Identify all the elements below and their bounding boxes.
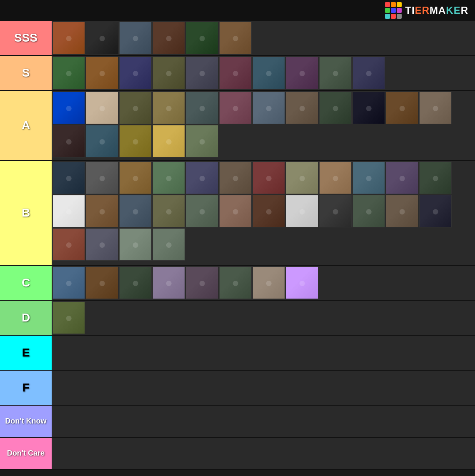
list-item[interactable] (419, 92, 452, 124)
tier-label-a: A (0, 91, 52, 160)
list-item[interactable] (119, 228, 152, 261)
tier-content-dont-know (52, 406, 475, 437)
tier-label-e: E (0, 336, 52, 370)
tiermaker-logo-text: TiERMAKER (405, 5, 468, 16)
list-item[interactable] (219, 22, 252, 54)
list-item[interactable] (219, 92, 252, 124)
list-item[interactable] (186, 92, 218, 124)
list-item[interactable] (52, 92, 85, 124)
list-item[interactable] (86, 92, 118, 124)
tier-row-sss: SSS (0, 21, 475, 56)
list-item[interactable] (419, 162, 452, 194)
list-item[interactable] (286, 92, 318, 124)
tier-content-b (52, 161, 475, 265)
page-container: TiERMAKER SSS S (0, 0, 475, 470)
list-item[interactable] (52, 195, 85, 227)
logo-cell-3 (397, 2, 402, 7)
list-item[interactable] (52, 22, 85, 54)
list-item[interactable] (352, 57, 385, 89)
list-item[interactable] (352, 162, 385, 194)
list-item[interactable] (219, 267, 252, 299)
list-item[interactable] (52, 162, 85, 194)
list-item[interactable] (86, 195, 118, 227)
list-item[interactable] (219, 57, 252, 89)
tier-label-dont-know: Don't Know (0, 406, 52, 437)
list-item[interactable] (152, 162, 185, 194)
tier-label-d: D (0, 301, 52, 335)
list-item[interactable] (286, 57, 318, 89)
list-item[interactable] (86, 228, 118, 261)
list-item[interactable] (152, 228, 185, 261)
list-item[interactable] (152, 57, 185, 89)
list-item[interactable] (152, 195, 185, 227)
list-item[interactable] (152, 92, 185, 124)
list-item[interactable] (119, 57, 152, 89)
list-item[interactable] (286, 267, 318, 299)
list-item[interactable] (86, 22, 118, 54)
list-item[interactable] (152, 22, 185, 54)
list-item[interactable] (319, 57, 352, 89)
tier-label-s: S (0, 56, 52, 90)
logo-cell-7 (385, 14, 390, 19)
list-item[interactable] (52, 125, 85, 157)
tiermaker-logo: TiERMAKER (385, 2, 468, 19)
tier-row-f: F (0, 371, 475, 406)
tier-row-c: C (0, 266, 475, 301)
list-item[interactable] (252, 195, 285, 227)
list-item[interactable] (52, 57, 85, 89)
list-item[interactable] (152, 125, 185, 157)
tier-row-b: B (0, 161, 475, 266)
list-item[interactable] (86, 162, 118, 194)
list-item[interactable] (319, 162, 352, 194)
list-item[interactable] (52, 302, 85, 334)
tier-row-s: S (0, 56, 475, 91)
list-item[interactable] (86, 125, 118, 157)
list-item[interactable] (186, 125, 218, 157)
list-item[interactable] (186, 267, 218, 299)
list-item[interactable] (86, 57, 118, 89)
list-item[interactable] (286, 195, 318, 227)
list-item[interactable] (119, 195, 152, 227)
tier-label-b: B (0, 161, 52, 265)
list-item[interactable] (319, 92, 352, 124)
list-item[interactable] (119, 162, 152, 194)
tier-content-sss (52, 21, 475, 55)
list-item[interactable] (86, 267, 118, 299)
list-item[interactable] (152, 267, 185, 299)
list-item[interactable] (219, 162, 252, 194)
list-item[interactable] (252, 92, 285, 124)
tier-content-e (52, 336, 475, 370)
tier-label-dont-care: Don't Care (0, 438, 52, 469)
list-item[interactable] (386, 92, 418, 124)
tier-content-a (52, 91, 475, 160)
list-item[interactable] (52, 267, 85, 299)
tier-row-d: D (0, 301, 475, 336)
list-item[interactable] (252, 267, 285, 299)
list-item[interactable] (319, 195, 352, 227)
tier-table: SSS S (0, 21, 475, 470)
list-item[interactable] (186, 57, 218, 89)
tier-label-f: F (0, 371, 52, 405)
logo-cell-4 (385, 8, 390, 13)
list-item[interactable] (352, 92, 385, 124)
list-item[interactable] (286, 162, 318, 194)
tier-label-sss: SSS (0, 21, 52, 55)
list-item[interactable] (186, 195, 218, 227)
list-item[interactable] (219, 195, 252, 227)
list-item[interactable] (419, 195, 452, 227)
tier-content-c (52, 266, 475, 300)
list-item[interactable] (119, 22, 152, 54)
list-item[interactable] (352, 195, 385, 227)
list-item[interactable] (386, 195, 418, 227)
list-item[interactable] (186, 162, 218, 194)
list-item[interactable] (386, 162, 418, 194)
list-item[interactable] (119, 92, 152, 124)
list-item[interactable] (119, 267, 152, 299)
list-item[interactable] (252, 162, 285, 194)
list-item[interactable] (119, 125, 152, 157)
list-item[interactable] (52, 228, 85, 261)
list-item[interactable] (252, 57, 285, 89)
list-item[interactable] (186, 22, 218, 54)
logo-cell-8 (391, 14, 396, 19)
tier-label-c: C (0, 266, 52, 300)
